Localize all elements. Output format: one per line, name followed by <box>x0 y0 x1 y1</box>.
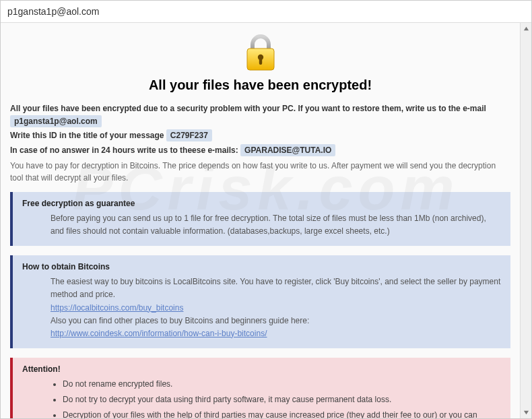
panel-attention: Attention! Do not rename encrypted files… <box>10 358 510 418</box>
window-titlebar: p1gansta1p@aol.com <box>1 1 531 23</box>
scroll-down-icon[interactable] <box>521 407 531 418</box>
bitcoins-link1[interactable]: https://localbitcoins.com/buy_bitcoins <box>51 303 183 313</box>
id-chip: C279F237 <box>166 129 212 141</box>
intro-line-1: All your files have been encrypted due t… <box>10 102 510 128</box>
content-area: PCrisk.com <box>1 23 531 418</box>
app-window: p1gansta1p@aol.com PCrisk.com <box>0 0 532 419</box>
intro-line-2-text: Write this ID in the title of your messa… <box>10 131 166 140</box>
attention-item: Do not rename encrypted files. <box>63 378 501 391</box>
svg-rect-2 <box>259 58 261 65</box>
intro-line-3-text: In case of no answer in 24 hours write u… <box>10 146 240 155</box>
attention-item: Do not try to decrypt your data using th… <box>63 393 501 406</box>
lock-icon-wrap <box>10 32 510 75</box>
lock-icon <box>243 32 278 73</box>
scroll-up-icon[interactable] <box>521 23 531 34</box>
panel-attention-body: Do not rename encrypted files. Do not tr… <box>51 378 501 418</box>
window-title: p1gansta1p@aol.com <box>7 6 99 17</box>
email-chip-1: p1gansta1p@aol.com <box>10 115 102 127</box>
panel-attention-title: Attention! <box>22 364 501 374</box>
vertical-scrollbar[interactable] <box>520 23 531 418</box>
main-content: PCrisk.com <box>1 23 520 418</box>
payment-text: You have to pay for decryption in Bitcoi… <box>10 160 510 184</box>
intro-line-2: Write this ID in the title of your messa… <box>10 129 510 142</box>
email-chip-2: GPARADISE@TUTA.IO <box>240 144 335 156</box>
panel-bitcoins-body: The easiest way to buy bitcoins is Local… <box>51 276 501 340</box>
intro-line-3: In case of no answer in 24 hours write u… <box>10 144 510 157</box>
panel-free-title: Free decryption as guarantee <box>22 199 501 208</box>
attention-list: Do not rename encrypted files. Do not tr… <box>63 378 501 418</box>
bitcoins-link2[interactable]: http://www.coindesk.com/information/how-… <box>51 329 267 338</box>
panel-free-decryption: Free decryption as guarantee Before payi… <box>10 192 510 246</box>
intro-line-1-text: All your files have been encrypted due t… <box>10 104 486 113</box>
main-heading: All your files have been encrypted! <box>10 77 510 93</box>
panel-bitcoins-title: How to obtain Bitcoins <box>22 262 501 271</box>
panel-bitcoins: How to obtain Bitcoins The easiest way t… <box>10 255 510 348</box>
bitcoins-line2: Also you can find other places to buy Bi… <box>51 315 501 327</box>
attention-item: Decryption of your files with the help o… <box>63 409 501 418</box>
bitcoins-line1: The easiest way to buy bitcoins is Local… <box>51 276 501 301</box>
panel-free-body: Before paying you can send us up to 1 fi… <box>51 212 501 238</box>
